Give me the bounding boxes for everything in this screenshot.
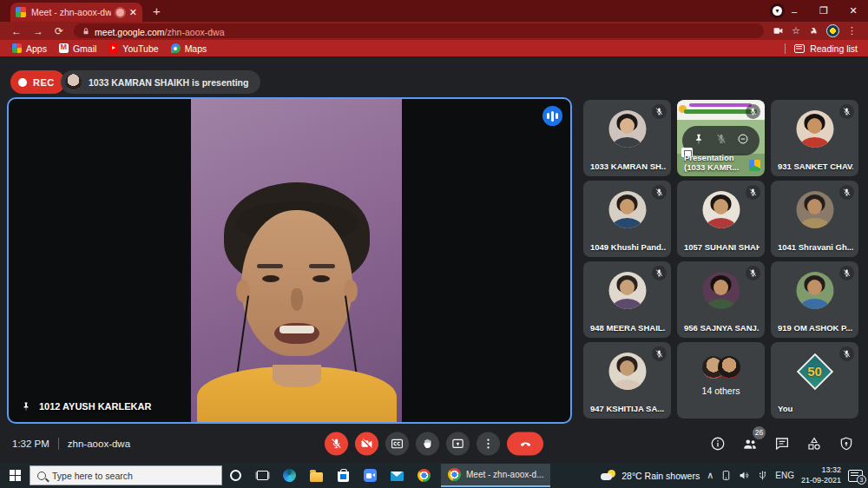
windows-taskbar: Type here to search Meet - zhn-aoox-d...… <box>0 463 868 488</box>
panel-buttons: 26 <box>708 434 856 453</box>
recording-badge: REC <box>10 70 65 94</box>
avatar-50-logo: 50 <box>796 353 834 391</box>
activities-button[interactable] <box>805 434 824 453</box>
windows-logo-icon <box>10 470 21 481</box>
mic-off-icon <box>652 266 667 280</box>
participant-tile[interactable]: 14 others <box>677 342 765 419</box>
taskbar-search-input[interactable]: Type here to search <box>30 465 222 485</box>
browser-menu-icon[interactable]: ⋮ <box>847 25 857 36</box>
pin-icon[interactable] <box>693 133 705 148</box>
your-phone-icon[interactable] <box>720 470 732 481</box>
window-maximize-button[interactable]: ❐ <box>809 5 838 16</box>
bookmark-apps[interactable]: Apps <box>12 43 47 54</box>
tab-title: Meet - zhn-aoox-dwa <box>31 7 111 17</box>
participant-tile[interactable]: 1049 Khushi Pand... <box>583 181 671 257</box>
avatar <box>702 191 740 228</box>
language-indicator[interactable]: ENG <box>775 471 794 480</box>
participant-tile[interactable]: 931 SANKET CHAV... <box>771 100 858 176</box>
new-tab-button[interactable]: + <box>153 3 161 18</box>
start-button[interactable] <box>0 463 30 488</box>
taskbar-zoom-app-button[interactable] <box>357 463 384 488</box>
search-icon <box>37 472 46 480</box>
bookmark-youtube[interactable]: YouTube <box>108 43 158 54</box>
main-video-tile[interactable]: 1012 AYUSH KARLEKAR <box>7 97 572 424</box>
taskbar-clock[interactable]: 13:32 21-09-2021 <box>801 465 841 485</box>
taskbar-file-explorer-button[interactable] <box>303 463 330 488</box>
taskbar-store-button[interactable] <box>330 463 357 488</box>
captions-button[interactable] <box>385 432 409 455</box>
bookmark-gmail[interactable]: Gmail <box>59 43 96 54</box>
edge-icon <box>283 469 296 482</box>
cam-off-button[interactable] <box>355 432 378 455</box>
more-options-button[interactable] <box>477 432 500 455</box>
taskbar-active-window[interactable]: Meet - zhn-aoox-d... <box>441 464 550 487</box>
avatar <box>796 272 833 309</box>
reload-button[interactable]: ⟳ <box>55 25 63 37</box>
participant-name: 948 MEERA SHAIL... <box>590 323 666 333</box>
extensions-puzzle-icon[interactable] <box>808 26 819 36</box>
store-icon <box>338 472 349 482</box>
reading-list-icon <box>794 44 805 53</box>
reading-list-button[interactable]: Reading list <box>785 43 858 54</box>
participant-tile[interactable]: 1041 Shravani Gh... <box>771 181 858 257</box>
taskbar-task-view-button[interactable] <box>249 463 276 488</box>
taskbar-cortana-button[interactable] <box>222 463 249 488</box>
meet-favicon-icon <box>16 7 26 17</box>
host-controls-shield-button[interactable] <box>837 434 856 453</box>
window-close-button[interactable]: ✕ <box>838 5 868 16</box>
participant-tile[interactable]: 919 OM ASHOK P... <box>771 261 858 338</box>
tab-close-icon[interactable]: ✕ <box>129 8 137 17</box>
presentation-tile[interactable]: Presentation (1033 KAMR... <box>677 100 765 176</box>
notification-center-icon[interactable]: 3 <box>848 470 863 482</box>
taskbar-mail-button[interactable] <box>384 463 411 488</box>
participant-name: 1049 Khushi Pand... <box>590 242 666 252</box>
chrome-icon <box>418 469 431 482</box>
file-explorer-icon <box>310 472 323 482</box>
profile-avatar[interactable] <box>826 24 839 37</box>
usb-icon[interactable] <box>757 470 768 481</box>
end-call-button[interactable] <box>507 432 543 455</box>
tab-recording-indicator-icon <box>116 9 124 16</box>
mic-off-icon <box>746 185 760 200</box>
tray-expand-chevron-icon[interactable]: ∧ <box>707 470 713 481</box>
maps-icon <box>171 43 181 53</box>
participant-tile[interactable]: 1057 SUHANI SHAH <box>677 181 765 257</box>
chat-button[interactable] <box>773 434 792 453</box>
youtube-icon <box>108 43 118 53</box>
main-video-name: 1012 AYUSH KARLEKAR <box>39 401 151 412</box>
participant-tile[interactable]: 948 MEERA SHAIL... <box>583 261 671 338</box>
taskbar-edge-button[interactable] <box>276 463 303 488</box>
webcam-feed <box>191 99 402 422</box>
weather-icon <box>601 470 616 482</box>
bookmark-maps[interactable]: Maps <box>171 43 207 54</box>
search-placeholder: Type here to search <box>52 471 133 481</box>
window-minimize-button[interactable]: – <box>779 6 809 16</box>
present-button[interactable] <box>446 432 470 455</box>
participant-name: 931 SANKET CHAV... <box>778 162 853 171</box>
participant-tile[interactable]: 1033 KAMRAN SH... <box>583 100 671 176</box>
info-button[interactable] <box>708 434 727 453</box>
participant-tile[interactable]: 956 SAJNYA SANJ... <box>677 261 765 338</box>
participant-tile[interactable]: 50You <box>771 342 858 419</box>
people-button[interactable]: 26 <box>740 434 760 453</box>
tray-time: 13:32 <box>801 465 841 476</box>
remove-icon[interactable] <box>737 133 749 148</box>
address-bar[interactable]: meet.google.com/zhn-aoox-dwa <box>74 23 764 38</box>
mic-off-button[interactable] <box>325 432 348 455</box>
bookmark-star-icon[interactable]: ☆ <box>792 25 800 36</box>
tab-camera-in-use-icon[interactable] <box>773 25 784 36</box>
forward-button[interactable]: → <box>33 25 43 37</box>
weather-widget[interactable]: 28°C Rain showers <box>601 470 700 482</box>
raise-hand-button[interactable] <box>416 432 439 455</box>
taskbar-chrome-button[interactable] <box>411 463 437 488</box>
volume-icon[interactable] <box>739 470 750 481</box>
participant-name: Presentation (1033 KAMR... <box>684 154 746 173</box>
bookmarks-bar: AppsGmailYouTubeMaps Reading list <box>0 40 868 56</box>
back-button[interactable]: ← <box>11 25 22 37</box>
participant-tile[interactable]: 947 KSHITIJA SA... <box>583 342 671 419</box>
system-tray: 28°C Rain showers ∧ ENG 13:32 21-09-2021… <box>601 465 868 485</box>
audio-speaking-indicator-icon <box>542 106 562 126</box>
browser-tab[interactable]: Meet - zhn-aoox-dwa ✕ <box>10 3 142 22</box>
task-view-icon <box>257 471 268 480</box>
participant-name: 14 others <box>677 386 765 396</box>
